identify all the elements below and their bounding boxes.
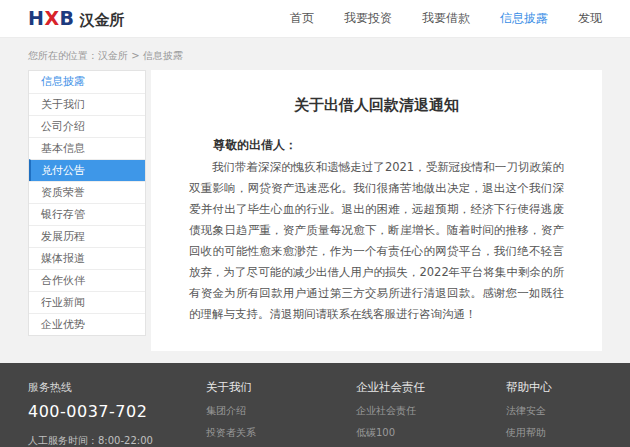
breadcrumb-separator: > [128,50,143,61]
nav-item-borrow[interactable]: 我要借款 [422,10,470,27]
breadcrumb-prefix: 您所在的位置： [28,50,98,61]
logo-letter-b: B [60,7,75,29]
footer-column-about: 关于我们 集团介绍 投资者关系 加盟 [206,380,356,447]
logo-letter-h: H [28,7,44,29]
nav-item-invest[interactable]: 我要投资 [344,10,392,27]
footer-link-investor-relations[interactable]: 投资者关系 [206,426,356,440]
breadcrumb-root-link[interactable]: 汉金所 [98,50,128,61]
footer-column-help: 帮助中心 法律安全 使用帮助 用户体验计划 [506,380,630,447]
footer: 服务热线 400-0037-702 人工服务时间：8:00-22:00 关于我们… [0,363,630,447]
article-salutation: 尊敬的出借人： [189,135,564,155]
article-title: 关于出借人回款清退通知 [189,96,564,115]
breadcrumb-current: 信息披露 [143,50,183,61]
nav-item-discover[interactable]: 发现 [578,10,602,27]
nav-item-disclosure[interactable]: 信息披露 [500,10,548,27]
footer-column-csr-title: 企业社会责任 [356,380,506,395]
content-area: 信息披露 关于我们 公司介绍 基本信息 兑付公告 资质荣誉 银行存管 发展历程 … [0,70,630,351]
footer-link-group-intro[interactable]: 集团介绍 [206,404,356,418]
footer-column-csr: 企业社会责任 企业社会责任 低碳100 励志计划 [356,380,506,447]
article-panel: 关于出借人回款清退通知 尊敬的出借人： 我们带着深深的愧疚和遗憾走过了2021，… [151,70,602,351]
main-nav: 首页 我要投资 我要借款 信息披露 发现 [260,10,602,27]
hotline-number: 400-0037-702 [28,402,206,421]
footer-hotline-block: 服务热线 400-0037-702 人工服务时间：8:00-22:00 [28,380,206,447]
sidebar-menu: 信息披露 关于我们 公司介绍 基本信息 兑付公告 资质荣誉 银行存管 发展历程 … [28,70,146,336]
sidebar-item-basic-info[interactable]: 基本信息 [29,137,145,159]
sidebar-item-enterprise-advantages[interactable]: 企业优势 [29,313,145,335]
footer-link-low-carbon-100[interactable]: 低碳100 [356,426,506,440]
logo-letter-x: X [44,7,59,29]
nav-item-home[interactable]: 首页 [290,10,314,27]
breadcrumb: 您所在的位置：汉金所 > 信息披露 [0,38,630,70]
footer-column-help-title: 帮助中心 [506,380,630,395]
sidebar-item-company-intro[interactable]: 公司介绍 [29,115,145,137]
sidebar-item-qualifications[interactable]: 资质荣誉 [29,181,145,203]
footer-column-about-title: 关于我们 [206,380,356,395]
logo[interactable]: HXB 汉金所 [28,7,125,30]
sidebar-item-info-disclosure[interactable]: 信息披露 [29,71,145,93]
sidebar-item-bank-depository[interactable]: 银行存管 [29,203,145,225]
header: HXB 汉金所 首页 我要投资 我要借款 信息披露 发现 [0,0,630,38]
sidebar-item-media-reports[interactable]: 媒体报道 [29,247,145,269]
footer-link-usage-help[interactable]: 使用帮助 [506,426,630,440]
logo-hxb: HXB [28,7,75,29]
article-body: 我们带着深深的愧疚和遗憾走过了2021，受新冠疫情和一刀切政策的双重影响，网贷资… [189,157,564,325]
service-time: 人工服务时间：8:00-22:00 [28,434,206,447]
footer-link-csr[interactable]: 企业社会责任 [356,404,506,418]
logo-chinese-name: 汉金所 [80,11,125,30]
sidebar-item-development-history[interactable]: 发展历程 [29,225,145,247]
sidebar-item-payment-notice[interactable]: 兑付公告 [29,159,145,181]
hotline-label: 服务热线 [28,380,206,395]
sidebar-item-about-us[interactable]: 关于我们 [29,93,145,115]
sidebar-item-partners[interactable]: 合作伙伴 [29,269,145,291]
footer-link-legal-safety[interactable]: 法律安全 [506,404,630,418]
sidebar-item-industry-news[interactable]: 行业新闻 [29,291,145,313]
